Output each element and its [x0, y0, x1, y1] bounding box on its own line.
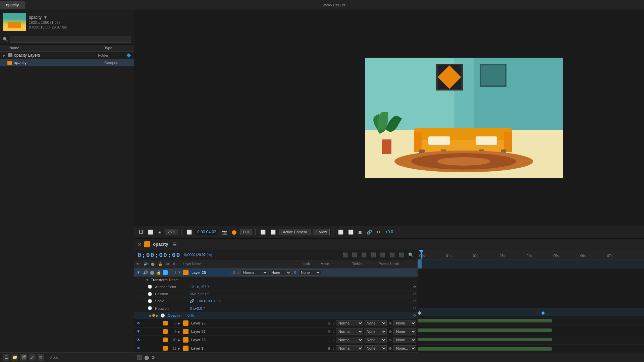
list-item[interactable]: opacity Compos — [0, 59, 134, 66]
bt-settings[interactable]: ⚙ — [151, 355, 155, 360]
expand-icon[interactable]: ⬜ — [185, 229, 193, 235]
camera-select[interactable]: Active Camera — [279, 229, 311, 235]
transport-icon-3[interactable]: ⬛ — [361, 252, 367, 258]
scale-clock-icon[interactable]: 🕐 — [148, 299, 152, 303]
view-select[interactable]: 1 View — [313, 229, 330, 235]
transport-icon-1[interactable]: ⬛ — [342, 252, 348, 258]
track-row-scale[interactable] — [418, 292, 644, 300]
layer-25-trkmat-select[interactable]: None — [269, 269, 291, 276]
layer-1-link[interactable]: None... — [393, 345, 416, 351]
layer-25-expand[interactable]: ▼ — [177, 270, 182, 274]
zoom-select[interactable]: 25% — [165, 229, 178, 235]
position-keyframe-icon[interactable]: ⟳ — [413, 292, 416, 296]
view-icon-a[interactable]: ⬜ — [259, 229, 267, 235]
layer-1-switch[interactable]: ⊞ — [326, 345, 332, 351]
layer-26-visibility[interactable]: 👁 — [136, 320, 142, 326]
timeline-close-icon[interactable]: ✕ — [138, 242, 142, 247]
bt-new-layer[interactable]: ⬛ — [137, 355, 142, 360]
layer-27-expand[interactable]: ▶ — [177, 330, 182, 334]
transport-icon-7[interactable]: ⬛ — [398, 252, 405, 258]
layer-1-visibility[interactable]: 👁 — [136, 345, 142, 351]
refresh-icon[interactable]: ↺ — [375, 229, 382, 235]
camera-icon[interactable]: 📷 — [220, 229, 228, 235]
layer-row-28[interactable]: 👁 10 ▶ Layer 28 ⊞ / Norma None ⊕ — [134, 336, 418, 344]
timeline-timecode[interactable]: 0;00;00;00 — [138, 251, 180, 258]
layer-1-trkmat[interactable]: None — [364, 345, 387, 351]
expand-arrow[interactable]: ▶ — [3, 54, 6, 57]
rotation-keyframe-icon[interactable]: ⟳ — [413, 306, 416, 310]
transport-icon-6[interactable]: ⬛ — [389, 252, 395, 258]
kf-next-btn[interactable]: ▶ — [156, 314, 159, 317]
layer-26-solo[interactable] — [149, 320, 155, 326]
layer-27-visibility[interactable]: 👁 — [136, 328, 142, 335]
position-clock-icon[interactable]: 🕐 — [148, 292, 152, 296]
transform-reset-btn[interactable]: Reset — [169, 278, 179, 282]
scale-value[interactable]: 100.0,100.0 — [197, 299, 216, 303]
track-row-1[interactable] — [418, 345, 644, 353]
layer-27-lock[interactable] — [156, 328, 162, 335]
frame-icon-3[interactable]: ◼ — [357, 229, 363, 235]
layer-27-audio[interactable] — [142, 328, 148, 335]
layer-26-slash[interactable]: / — [333, 321, 335, 325]
layer-25-slash[interactable]: / — [237, 270, 240, 275]
scale-lock-icon[interactable]: 🔗 — [190, 299, 195, 303]
layer-28-switch[interactable]: ⊞ — [326, 337, 332, 343]
layer-28-expand[interactable]: ▶ — [177, 338, 182, 342]
track-row-position[interactable] — [418, 284, 644, 292]
layer-25-solo[interactable]: ⬤ — [149, 269, 155, 276]
viewer-icon-2[interactable]: ⬜ — [147, 229, 155, 235]
layer-28-solo[interactable] — [149, 337, 155, 343]
track-row-26[interactable] — [418, 316, 644, 326]
layer-1-solo[interactable] — [149, 345, 155, 351]
anchor-clock-icon[interactable]: 🕐 — [148, 285, 152, 289]
layer-27-mode-select[interactable]: Norma — [336, 328, 363, 335]
layer-27-solo[interactable] — [149, 328, 155, 335]
layer-27-link[interactable]: None — [393, 328, 416, 335]
layer-28-mode-select[interactable]: Norma — [336, 337, 363, 343]
layer-28-audio[interactable] — [142, 337, 148, 343]
anchor-keyframe-icon[interactable]: ⟳ — [413, 285, 416, 289]
layer-26-switch[interactable]: ⊞ — [326, 320, 332, 326]
transport-icon-2[interactable]: ⬛ — [351, 252, 358, 258]
track-row-opacity[interactable] — [418, 308, 644, 316]
track-row-28[interactable] — [418, 335, 644, 345]
folder-button[interactable]: 📁 — [11, 354, 18, 361]
layer-26-link[interactable]: None — [393, 320, 416, 326]
layer-25-mode-select[interactable]: Norma — [240, 269, 268, 276]
frame-icon-2[interactable]: ⬜ — [347, 229, 355, 235]
opacity-clock-icon[interactable]: 🕐 — [160, 313, 165, 318]
view-icon-b[interactable]: ⬜ — [269, 229, 277, 235]
layer-1-slash[interactable]: / — [333, 346, 335, 350]
layer-row-1[interactable]: 👁 11 ▶ Layer 1 ⊞ / Norma None ⊕ — [134, 344, 418, 353]
search-input[interactable] — [10, 36, 131, 43]
layer-25-audio[interactable]: 🔊 — [142, 269, 148, 276]
layer-25-visibility[interactable]: 👁 — [136, 269, 142, 276]
layer-28-visibility[interactable]: 👁 — [136, 337, 142, 343]
keyframe-opacity-2[interactable] — [541, 311, 545, 315]
track-row-anchor[interactable] — [418, 276, 644, 284]
layer-1-mode-select[interactable]: Norma — [336, 345, 363, 351]
transport-icon-4[interactable]: ⬛ — [370, 252, 377, 258]
brush-button[interactable]: 🖊 — [29, 354, 36, 361]
layer-28-lock[interactable] — [156, 337, 162, 343]
layer-26-lock[interactable] — [156, 320, 162, 326]
comp-button[interactable]: 🎬 — [20, 354, 27, 361]
layer-27-trkmat[interactable]: None — [364, 328, 387, 335]
layer-27-switch[interactable]: ⊞ — [326, 328, 332, 335]
layer-26-trkmat[interactable]: None — [364, 320, 387, 326]
layer-26-mode-select[interactable]: Norma — [336, 320, 363, 326]
layer-25-lock[interactable]: 🔒 — [156, 269, 162, 276]
layer-row-27[interactable]: 👁 9 ▶ Layer 27 ⊞ / Norma None ⊕ — [134, 327, 418, 336]
list-item[interactable]: ▶ opacity Layers Folder 🔷 — [0, 52, 134, 59]
viewer-icon-1[interactable]: 🎞 — [138, 229, 145, 235]
frame-icon-4[interactable]: 🔗 — [365, 229, 373, 235]
delete-button[interactable]: 🗑 — [38, 354, 44, 361]
layer-27-slash[interactable]: / — [333, 329, 335, 334]
layer-26-expand[interactable]: ▶ — [177, 321, 182, 325]
bt-solo[interactable]: ⬤ — [144, 355, 149, 360]
keyframe-opacity-1[interactable] — [418, 311, 421, 315]
anchor-value[interactable]: 121.6,157.7 — [190, 285, 209, 289]
opacity-value[interactable]: 0 % — [187, 313, 194, 317]
tab-opacity[interactable]: opacity — [0, 1, 25, 9]
layer-26-audio[interactable] — [142, 320, 148, 326]
